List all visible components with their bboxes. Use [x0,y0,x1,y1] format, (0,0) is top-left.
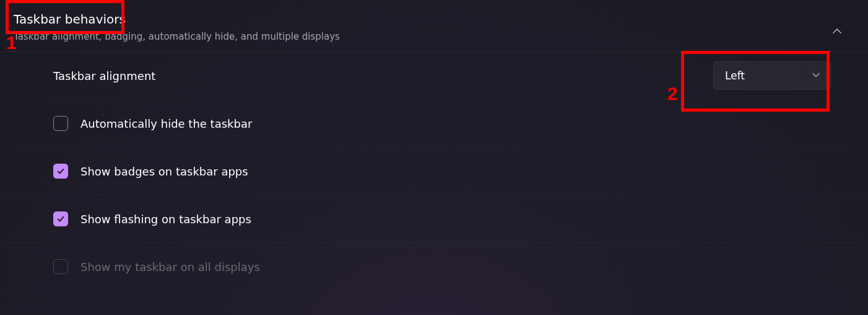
badges-row: Show badges on taskbar apps [0,147,868,195]
auto-hide-row: Automatically hide the taskbar [0,99,868,147]
flashing-checkbox[interactable] [53,211,68,226]
taskbar-alignment-row: Taskbar alignment Left [0,51,868,99]
all-displays-checkbox [53,259,68,274]
taskbar-behaviors-panel: Taskbar behaviors Taskbar alignment, bad… [0,0,868,315]
all-displays-label: Show my taskbar on all displays [80,260,849,273]
all-displays-row: Show my taskbar on all displays [0,242,868,290]
auto-hide-label: Automatically hide the taskbar [80,117,849,130]
auto-hide-checkbox[interactable] [53,116,68,131]
flashing-label: Show flashing on taskbar apps [80,213,849,226]
section-subtitle: Taskbar alignment, badging, automaticall… [14,31,849,42]
taskbar-alignment-dropdown[interactable]: Left [713,61,831,90]
chevron-down-icon [812,70,820,82]
badges-checkbox[interactable] [53,164,68,179]
flashing-row: Show flashing on taskbar apps [0,195,868,242]
chevron-up-icon[interactable] [831,25,843,37]
section-header[interactable]: Taskbar behaviors Taskbar alignment, bad… [0,0,868,51]
section-title: Taskbar behaviors [14,11,849,27]
settings-rows: Taskbar alignment Left Automatically hid… [0,51,868,290]
taskbar-alignment-label: Taskbar alignment [53,69,713,82]
dropdown-selected-value: Left [725,69,745,82]
badges-label: Show badges on taskbar apps [80,165,849,178]
